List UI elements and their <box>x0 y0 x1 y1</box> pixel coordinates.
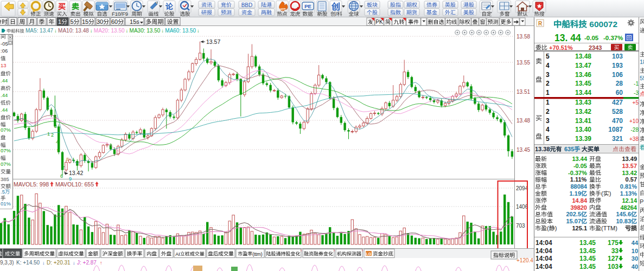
svg-text:106: 106 <box>612 71 623 79</box>
svg-text:13.51: 13.51 <box>517 89 530 95</box>
svg-text:↓: ↓ <box>54 28 57 34</box>
svg-text:5: 5 <box>546 135 550 143</box>
svg-text:321: 321 <box>612 135 623 143</box>
svg-text:1406: 1406 <box>516 204 528 210</box>
svg-text:1087: 1087 <box>608 126 623 133</box>
svg-text:193: 193 <box>612 62 623 69</box>
svg-text:-0.05: -0.05 <box>584 35 599 41</box>
svg-text:↓: ↓ <box>126 28 129 34</box>
svg-text:2094: 2094 <box>516 185 528 191</box>
svg-text:48264: 48264 <box>620 204 637 211</box>
svg-text:202.5: 202.5 <box>566 211 582 217</box>
svg-text:2: 2 <box>51 132 54 138</box>
svg-text:HOT: HOT <box>279 8 285 11</box>
svg-text:-0.37%: -0.37% <box>603 35 623 41</box>
svg-text:0.81%: 0.81% <box>620 183 637 190</box>
svg-text:13.48: 13.48 <box>517 118 530 124</box>
svg-text:15: 15 <box>82 18 88 25</box>
svg-text:MA5: 13.47: MA5: 13.47 <box>25 28 54 34</box>
svg-text:125.1: 125.1 <box>572 225 588 231</box>
svg-text:(ttm): (ttm) <box>252 251 263 257</box>
svg-text:13. 44: 13. 44 <box>554 33 581 43</box>
svg-text:14:04: 14:04 <box>535 247 552 255</box>
svg-text:13.57: 13.57 <box>206 38 220 45</box>
svg-text:4: 4 <box>56 139 59 145</box>
svg-text:-1: -1 <box>634 81 639 87</box>
svg-text:↓: ↓ <box>197 28 200 34</box>
svg-text:28: 28 <box>616 80 623 87</box>
svg-text:13.46: 13.46 <box>575 71 591 79</box>
svg-text:14:04: 14:04 <box>535 255 552 262</box>
svg-text:/: / <box>336 11 337 17</box>
svg-text:+120.4: +120.4 <box>517 257 533 263</box>
svg-text:↑: ↑ <box>361 248 364 253</box>
svg-text:2: 2 <box>546 108 550 115</box>
svg-text:13.42: 13.42 <box>622 170 637 176</box>
svg-text:13.40: 13.40 <box>575 126 591 133</box>
svg-text:13.38: 13.38 <box>535 146 550 152</box>
svg-text:88084: 88084 <box>570 183 587 190</box>
svg-text:-0.05: -0.05 <box>573 163 587 169</box>
svg-text:5: 5 <box>546 53 550 60</box>
svg-text:55: 55 <box>640 75 644 81</box>
svg-text:175: 175 <box>608 239 619 247</box>
svg-text:4: 4 <box>546 62 550 69</box>
svg-text:J: +2.87: J: +2.87 <box>77 260 97 266</box>
svg-text:(: ( <box>601 190 603 197</box>
svg-text:385: 385 <box>1 176 9 182</box>
svg-text:14:04: 14:04 <box>535 263 552 270</box>
svg-text:↑: ↑ <box>100 260 103 266</box>
svg-text:07%: 07% <box>1 147 11 153</box>
svg-text:13.45: 13.45 <box>517 147 530 153</box>
svg-text:13.42: 13.42 <box>69 170 83 176</box>
svg-text:MA30: 13.50: MA30: 13.50 <box>130 28 161 34</box>
svg-text:D: +20.31: D: +20.31 <box>47 260 71 266</box>
svg-text:13.45: 13.45 <box>579 263 596 270</box>
svg-text:635: 635 <box>564 146 574 152</box>
svg-text:33: 33 <box>611 247 619 255</box>
svg-text:1: 1 <box>546 99 550 106</box>
svg-text:6: 6 <box>60 173 63 179</box>
svg-text:0.57: 0.57 <box>626 176 637 183</box>
svg-text:1.19: 1.19 <box>570 190 581 197</box>
svg-text:3: 3 <box>546 71 550 79</box>
svg-text:↓: ↓ <box>42 260 45 266</box>
svg-text:F10/F9: F10/F9 <box>112 11 128 17</box>
svg-text:+5: +5 <box>633 100 639 106</box>
svg-text:13.39: 13.39 <box>575 135 591 143</box>
svg-text:R: R <box>538 21 543 27</box>
svg-text:60: 60 <box>111 18 118 25</box>
svg-text:103: 103 <box>612 53 623 60</box>
svg-text:-3: -3 <box>634 90 639 96</box>
svg-text:13.45: 13.45 <box>579 247 596 255</box>
svg-text:MAVOL5: 998: MAVOL5: 998 <box>14 181 49 188</box>
svg-text:13.45: 13.45 <box>579 255 596 262</box>
svg-text:LG: LG <box>366 252 372 256</box>
svg-text:): ) <box>555 225 557 231</box>
svg-text:(TTM): (TTM) <box>601 225 617 231</box>
svg-text:07%: 07% <box>1 161 11 167</box>
svg-text:13.49: 13.49 <box>622 156 637 162</box>
svg-text:13.55: 13.55 <box>517 60 530 66</box>
svg-text:.44: .44 <box>1 92 8 98</box>
svg-text:↓: ↓ <box>90 28 93 34</box>
svg-text:13.47: 13.47 <box>575 62 591 69</box>
svg-text:30: 30 <box>97 18 103 25</box>
svg-text:13.45: 13.45 <box>575 80 591 87</box>
svg-text:5: 5 <box>70 18 73 25</box>
svg-text:MAVOL10: 655: MAVOL10: 655 <box>55 181 94 188</box>
svg-text:1: 1 <box>546 89 550 96</box>
svg-text:MA60: 13.50: MA60: 13.50 <box>165 28 196 34</box>
svg-text:-0.37%: -0.37% <box>568 170 587 176</box>
svg-text:15.07: 15.07 <box>566 218 582 224</box>
svg-text:3: 3 <box>546 117 550 125</box>
svg-text:127: 127 <box>608 255 619 262</box>
svg-text:39820: 39820 <box>570 204 587 211</box>
svg-text:2343: 2343 <box>589 44 602 51</box>
svg-text:600072: 600072 <box>587 20 617 29</box>
svg-text:): ) <box>609 190 611 197</box>
svg-text:MA10: 13.48: MA10: 13.48 <box>58 28 89 34</box>
svg-text:44: 44 <box>632 240 639 246</box>
svg-text:-28: -28 <box>631 127 639 133</box>
svg-text:AI: AI <box>175 251 180 257</box>
